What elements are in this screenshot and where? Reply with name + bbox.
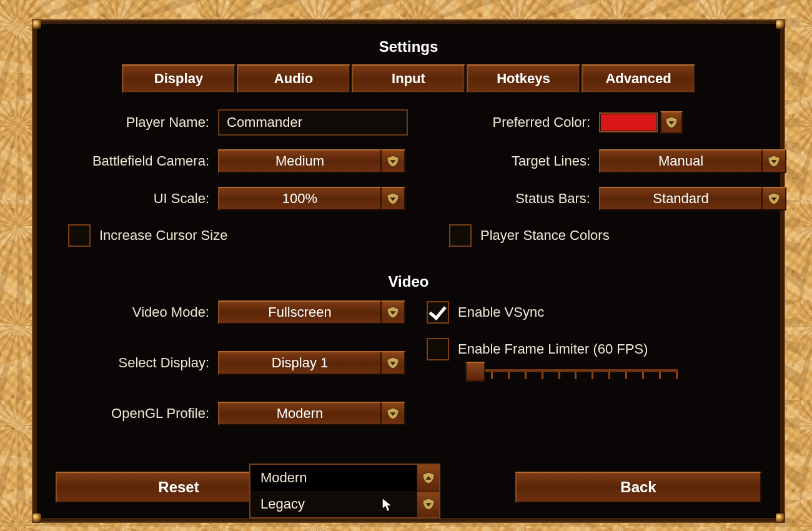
slider-ticks: [474, 372, 678, 379]
video-settings-grid: Video Mode: Fullscreen Enable VSync Sele…: [37, 300, 780, 425]
settings-title: Settings: [37, 24, 780, 64]
target-lines-caret[interactable]: [762, 149, 786, 173]
vsync-checkbox[interactable]: [427, 301, 449, 324]
opengl-option-modern[interactable]: Modern: [250, 465, 417, 491]
select-display-caret[interactable]: [381, 351, 405, 375]
battlefield-camera-label: Battlefield Camera:: [43, 153, 218, 169]
back-button[interactable]: Back: [515, 472, 761, 503]
status-bars-value[interactable]: Standard: [599, 187, 762, 211]
shield-down-icon: [665, 116, 678, 129]
corner-rivet-icon: [776, 514, 785, 522]
target-lines-value[interactable]: Manual: [599, 149, 762, 173]
shield-down-icon: [767, 192, 781, 205]
shield-down-icon: [386, 192, 400, 205]
ui-scale-label: UI Scale:: [43, 191, 218, 207]
video-title: Video: [37, 247, 780, 300]
status-bars-label: Status Bars:: [424, 191, 599, 207]
slider-knob[interactable]: [465, 362, 485, 382]
ui-scale-value[interactable]: 100%: [218, 187, 381, 211]
battlefield-camera-dropdown[interactable]: Medium: [218, 149, 405, 173]
increase-cursor-row: Increase Cursor Size: [43, 224, 424, 247]
frame-limiter-checkbox[interactable]: [427, 338, 449, 360]
tab-hotkeys[interactable]: Hotkeys: [467, 64, 580, 93]
video-mode-caret[interactable]: [381, 300, 405, 324]
player-name-label: Player Name:: [43, 114, 218, 131]
status-bars-caret[interactable]: [762, 187, 786, 211]
shield-down-icon: [386, 306, 400, 319]
settings-panel: Settings Display Audio Input Hotkeys Adv…: [34, 22, 783, 520]
display-settings-grid: Player Name: Commander Preferred Color: …: [37, 109, 780, 247]
opengl-caret[interactable]: [381, 402, 405, 425]
shield-down-icon: [422, 498, 435, 510]
opengl-dropdown-popup: Modern Legacy: [249, 464, 440, 519]
opengl-popup-scrollbar: [417, 465, 439, 517]
shield-up-icon: [422, 472, 435, 484]
player-name-value: Commander: [227, 114, 302, 131]
increase-cursor-checkbox[interactable]: [68, 224, 91, 247]
preferred-color-caret[interactable]: [660, 111, 683, 134]
shield-down-icon: [386, 357, 400, 369]
select-display-value[interactable]: Display 1: [218, 351, 381, 375]
scroll-down-button[interactable]: [417, 491, 439, 518]
corner-rivet-icon: [32, 514, 41, 522]
opengl-dropdown[interactable]: Modern: [218, 402, 405, 425]
tab-advanced[interactable]: Advanced: [582, 64, 695, 93]
select-display-dropdown[interactable]: Display 1: [218, 351, 405, 375]
target-lines-dropdown[interactable]: Manual: [599, 149, 786, 173]
stance-colors-row: Player Stance Colors: [424, 224, 805, 247]
video-mode-label: Video Mode:: [43, 304, 218, 320]
opengl-option-legacy-label: Legacy: [260, 496, 305, 512]
tab-display[interactable]: Display: [122, 64, 235, 93]
video-mode-value[interactable]: Fullscreen: [218, 300, 381, 324]
increase-cursor-label: Increase Cursor Size: [99, 227, 227, 244]
settings-tabs: Display Audio Input Hotkeys Advanced: [37, 64, 780, 109]
opengl-options-list: Modern Legacy: [250, 465, 417, 517]
frame-limiter-label: Enable Frame Limiter (60 FPS): [458, 341, 648, 357]
frame-limiter-row: Enable Frame Limiter (60 FPS): [424, 338, 805, 360]
select-display-label: Select Display:: [43, 355, 218, 371]
battlefield-camera-value[interactable]: Medium: [218, 149, 381, 173]
stance-colors-label: Player Stance Colors: [480, 227, 610, 244]
target-lines-label: Target Lines:: [424, 153, 599, 169]
cursor-icon: [382, 497, 394, 514]
shield-down-icon: [386, 407, 400, 420]
vsync-row: Enable VSync: [424, 301, 805, 324]
status-bars-dropdown[interactable]: Standard: [599, 187, 786, 211]
tab-input[interactable]: Input: [352, 64, 465, 93]
opengl-option-legacy[interactable]: Legacy: [250, 491, 417, 517]
preferred-color-swatch[interactable]: [599, 112, 658, 132]
preferred-color-label: Preferred Color:: [424, 114, 599, 131]
player-name-input[interactable]: Commander: [218, 109, 408, 136]
stance-colors-checkbox[interactable]: [449, 224, 472, 247]
frame-limiter-slider[interactable]: [462, 363, 680, 388]
battlefield-camera-caret[interactable]: [381, 149, 405, 173]
shield-down-icon: [386, 155, 400, 167]
scroll-up-button[interactable]: [417, 465, 439, 491]
ui-scale-dropdown[interactable]: 100%: [218, 187, 405, 211]
ui-scale-caret[interactable]: [381, 187, 405, 211]
opengl-label: OpenGL Profile:: [43, 405, 218, 422]
shield-down-icon: [767, 155, 781, 167]
video-mode-dropdown[interactable]: Fullscreen: [218, 300, 405, 324]
opengl-value[interactable]: Modern: [218, 402, 381, 425]
tab-audio[interactable]: Audio: [237, 64, 350, 93]
vsync-label: Enable VSync: [458, 304, 544, 320]
